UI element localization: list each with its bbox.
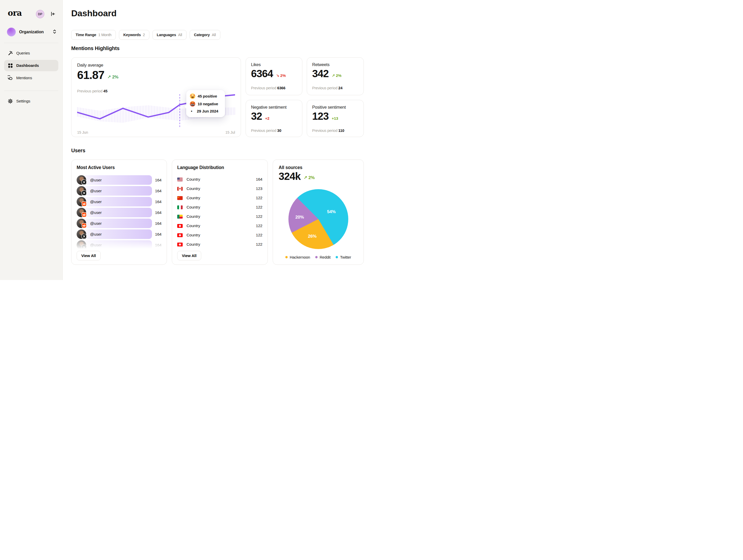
previous-period-label: Previous period [251, 129, 276, 133]
sidebar-item-dashboards[interactable]: Dashboards [4, 60, 58, 71]
angry-emoji: &$!#% [190, 101, 195, 106]
sidebar-item-mentions[interactable]: Mentions [4, 72, 58, 84]
most-active-user-row[interactable]: @user164 [77, 219, 162, 228]
view-all-languages-button[interactable]: View All [177, 251, 201, 260]
reddit-badge-icon [82, 201, 87, 207]
language-row: Country122 [177, 193, 262, 203]
ora-logo[interactable]: ora [8, 8, 22, 17]
country-label: Country [186, 233, 200, 238]
retweets-change: ↗ 2% [332, 73, 342, 79]
most-active-user-row[interactable]: @user164 [77, 197, 162, 207]
section-heading-users: Users [71, 147, 85, 154]
most-active-users-card: Most Active Users @user164@user164@user1… [71, 160, 167, 265]
reddit-badge-icon [82, 212, 87, 217]
user-activity-value: 164 [150, 175, 162, 185]
us-flag-icon [177, 178, 183, 181]
most-active-user-row[interactable]: @user164 [77, 175, 162, 185]
user-avatar [77, 208, 86, 217]
user-avatar-button[interactable]: DP [36, 10, 44, 18]
previous-period-value: 6366 [277, 86, 285, 90]
trend-up-icon: ↗ [304, 175, 307, 180]
chat-bubbles-icon [8, 75, 13, 81]
x-badge-icon [82, 180, 87, 185]
view-all-users-button[interactable]: View All [77, 251, 101, 260]
legend-dot [315, 256, 317, 258]
likes-card: Likes 6364 ↘ 2% Previous period 6366 [246, 57, 302, 95]
legend-item-reddit: Reddit [315, 255, 331, 259]
grid-icon [8, 63, 13, 68]
positive-sentiment-delta: +13 [332, 116, 338, 121]
trend-up-icon: ↗ [107, 75, 111, 80]
filter-keywords[interactable]: Keywords 2 [119, 30, 149, 40]
previous-period-label: Previous period [251, 86, 276, 90]
card-title: Positive sentiment [312, 105, 346, 110]
country-value: 122 [256, 233, 262, 238]
language-row: Country122 [177, 240, 262, 249]
cn-flag-icon [177, 196, 183, 200]
filter-category[interactable]: Category All [190, 30, 220, 40]
positive-sentiment-value: 123 [312, 111, 329, 121]
page-title: Dashboard [71, 8, 117, 18]
activity-bar [77, 197, 152, 207]
user-activity-value: 164 [150, 229, 162, 239]
x-axis-end-label: 15 Jul [225, 130, 235, 134]
all-sources-change: ↗ 2% [304, 175, 315, 181]
activity-bar [77, 208, 152, 217]
filter-value: All [178, 33, 182, 37]
user-handle: @user [90, 175, 102, 185]
legend-dot [285, 256, 288, 258]
country-label: Country [186, 196, 200, 200]
country-value: 122 [256, 205, 262, 210]
organization-selector[interactable]: Organization [4, 26, 58, 38]
country-value: 122 [256, 242, 262, 247]
previous-period-value: 30 [277, 129, 281, 133]
sidebar-collapse-button[interactable] [49, 11, 56, 18]
country-label: Country [186, 205, 200, 210]
previous-period-value: 110 [339, 129, 344, 133]
user-handle: @user [90, 186, 102, 196]
filter-time-range[interactable]: Time Range 1 Month [71, 30, 116, 40]
sidebar-item-label: Mentions [16, 76, 32, 80]
tooltip-negative: 10 negative [198, 102, 218, 106]
user-avatar [77, 175, 86, 185]
chart-tooltip: ♥♥ 45 positive &$!#% 10 negative 29 Jun … [186, 90, 225, 117]
most-active-user-row[interactable]: @user164 [77, 186, 162, 196]
most-active-user-row[interactable]: @user164 [77, 240, 162, 250]
filter-value: 2 [143, 33, 145, 37]
ca-flag-icon [177, 187, 183, 191]
card-title: Negative sentiment [251, 105, 287, 110]
most-active-user-row[interactable]: @user164 [77, 229, 162, 239]
legend-item-hackernoon: Hackernoon [285, 255, 310, 259]
sidebar-item-label: Queries [16, 51, 30, 55]
heart-eyes-emoji: ♥♥ [190, 93, 195, 99]
daily-average-card: Daily average 61.87 ↗ 2% Previous period… [71, 57, 241, 137]
most-active-user-row[interactable]: @user164 [77, 208, 162, 217]
language-list: Country164Country123Country122Country122… [177, 175, 262, 249]
negative-sentiment-card: Negative sentiment 32 +2 Previous period… [246, 100, 302, 137]
user-avatar [77, 240, 86, 250]
sidebar-item-queries[interactable]: Queries [4, 47, 58, 59]
card-title: Most Active Users [77, 165, 115, 170]
user-activity-value: 164 [150, 208, 162, 217]
user-avatar [77, 229, 86, 239]
filter-languages[interactable]: Languages All [152, 30, 186, 40]
tooltip-positive: 45 positive [198, 94, 217, 98]
user-activity-value: 164 [150, 197, 162, 207]
previous-period-value: 45 [103, 89, 107, 93]
sidebar-item-settings[interactable]: Settings [4, 95, 58, 107]
country-label: Country [186, 223, 200, 228]
previous-period-label: Previous period [77, 89, 102, 93]
activity-bar [77, 219, 152, 228]
activity-bar [77, 175, 152, 185]
user-handle: @user [90, 197, 102, 207]
organization-label: Organization [19, 30, 44, 34]
collapse-sidebar-icon [49, 11, 56, 18]
magic-wand-icon [8, 51, 13, 56]
avatar-initials: DP [38, 12, 42, 16]
user-handle: @user [90, 219, 102, 228]
filter-label: Languages [157, 33, 176, 37]
country-value: 164 [256, 177, 262, 182]
negative-sentiment-delta: +2 [265, 116, 270, 121]
organization-avatar [7, 28, 16, 36]
language-row: Country122 [177, 230, 262, 240]
